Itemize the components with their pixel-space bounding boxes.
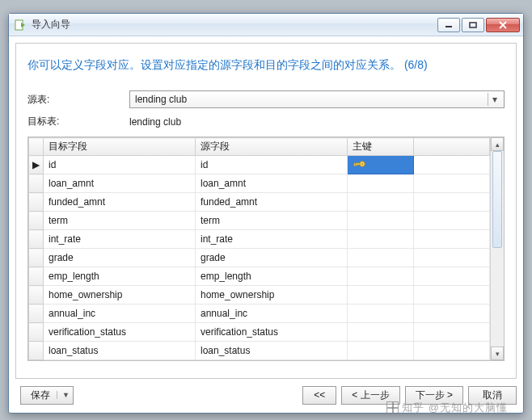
row-indicator: [29, 342, 44, 360]
col-primary-key[interactable]: 主键: [348, 138, 414, 156]
field-mapping-grid: 目标字段 源字段 主键 ▶ididloan_amntloan_amntfunde…: [27, 136, 505, 361]
cell-target-field[interactable]: annual_inc: [44, 304, 196, 323]
row-indicator: [29, 212, 44, 230]
step-heading: 你可以定义字段对应。设置对应指定的源字段和目的字段之间的对应关系。 (6/8): [27, 58, 505, 73]
wizard-footer: 保存 ▼ << < 上一步 下一步 > 取消: [15, 384, 517, 406]
cell-source-field[interactable]: int_rate: [196, 230, 348, 249]
first-button[interactable]: <<: [302, 386, 336, 405]
cell-target-field[interactable]: grade: [44, 249, 196, 267]
svg-point-4: [361, 163, 363, 165]
cell-primary-key[interactable]: [348, 267, 414, 286]
cell-target-field[interactable]: int_rate: [44, 230, 196, 249]
cell-target-field[interactable]: id: [44, 156, 196, 174]
svg-rect-1: [445, 26, 452, 27]
scroll-up-icon[interactable]: ▴: [491, 137, 504, 151]
svg-rect-6: [354, 163, 356, 166]
scroll-down-icon[interactable]: ▾: [491, 346, 504, 360]
col-source-field[interactable]: 源字段: [196, 138, 348, 156]
svg-rect-2: [470, 23, 476, 27]
table-row[interactable]: funded_amntfunded_amnt: [29, 193, 490, 212]
table-row[interactable]: termterm: [29, 212, 490, 230]
source-table-label: 源表:: [27, 93, 129, 107]
row-indicator: [29, 323, 44, 342]
cell-primary-key[interactable]: [348, 230, 414, 249]
cell-source-field[interactable]: verification_status: [196, 323, 348, 342]
row-indicator: [29, 193, 44, 212]
content-pane: 你可以定义字段对应。设置对应指定的源字段和目的字段之间的对应关系。 (6/8) …: [15, 43, 517, 379]
source-table-value: lending club: [135, 94, 187, 105]
target-table-value: lending club: [129, 116, 505, 128]
save-button[interactable]: 保存 ▼: [20, 386, 74, 405]
cell-source-field[interactable]: home_ownership: [196, 286, 348, 304]
prev-button[interactable]: < 上一步: [341, 386, 399, 405]
source-table-row: 源表: lending club ▾: [27, 90, 505, 108]
titlebar[interactable]: 导入向导: [9, 14, 523, 36]
cell-source-field[interactable]: loan_amnt: [196, 174, 348, 193]
col-target-field[interactable]: 目标字段: [44, 138, 196, 156]
cell-target-field[interactable]: loan_status: [44, 342, 196, 360]
chevron-down-icon: ▾: [488, 93, 500, 106]
table-row[interactable]: emp_lengthemp_length: [29, 267, 490, 286]
grid-header-row: 目标字段 源字段 主键: [29, 138, 490, 156]
cell-source-field[interactable]: funded_amnt: [196, 193, 348, 212]
table-row[interactable]: annual_incannual_inc: [29, 304, 490, 323]
cell-source-field[interactable]: emp_length: [196, 267, 348, 286]
app-icon: [14, 19, 27, 32]
cell-primary-key[interactable]: [348, 249, 414, 267]
next-button[interactable]: 下一步 >: [405, 386, 463, 405]
cell-primary-key[interactable]: [348, 193, 414, 212]
cell-target-field[interactable]: home_ownership: [44, 286, 196, 304]
cell-source-field[interactable]: loan_status: [196, 342, 348, 360]
col-spacer: [414, 138, 490, 156]
cell-source-field[interactable]: term: [196, 212, 348, 230]
cell-target-field[interactable]: emp_length: [44, 267, 196, 286]
row-indicator: [29, 230, 44, 249]
row-indicator: [29, 267, 44, 286]
target-table-row: 目标表: lending club: [27, 115, 505, 128]
cell-target-field[interactable]: loan_amnt: [44, 174, 196, 193]
target-table-label: 目标表:: [27, 115, 129, 128]
svg-rect-7: [357, 163, 358, 166]
table-row[interactable]: int_rateint_rate: [29, 230, 490, 249]
cell-target-field[interactable]: term: [44, 212, 196, 230]
table-row[interactable]: home_ownershiphome_ownership: [29, 286, 490, 304]
table-row[interactable]: loan_statusloan_status: [29, 342, 490, 360]
cell-source-field[interactable]: id: [196, 156, 348, 174]
cell-primary-key[interactable]: [348, 174, 414, 193]
maximize-button[interactable]: [462, 18, 484, 32]
table-row[interactable]: gradegrade: [29, 249, 490, 267]
grid-scrollbar[interactable]: ▴ ▾: [490, 137, 504, 360]
table-row[interactable]: loan_amntloan_amnt: [29, 174, 490, 193]
close-button[interactable]: [486, 18, 520, 32]
cell-primary-key[interactable]: [348, 156, 414, 174]
chevron-down-icon: ▼: [57, 391, 70, 399]
row-indicator: [29, 174, 44, 193]
row-indicator: ▶: [29, 156, 44, 174]
cell-source-field[interactable]: grade: [196, 249, 348, 267]
scroll-thumb[interactable]: [492, 151, 502, 248]
table-row[interactable]: verification_statusverification_status: [29, 323, 490, 342]
window-title: 导入向导: [32, 18, 70, 32]
cell-primary-key[interactable]: [348, 323, 414, 342]
minimize-button[interactable]: [437, 18, 460, 32]
source-table-combo[interactable]: lending club ▾: [129, 90, 505, 108]
grid-header-indicator: [29, 138, 44, 156]
row-indicator: [29, 304, 44, 323]
cell-primary-key[interactable]: [348, 286, 414, 304]
import-wizard-window: 导入向导 你可以定义字段对应。设置对应指定的源字段和目的字段之间的对应关系。 (…: [8, 13, 524, 414]
cell-primary-key[interactable]: [348, 304, 414, 323]
cell-primary-key[interactable]: [348, 212, 414, 230]
row-indicator: [29, 286, 44, 304]
cell-primary-key[interactable]: [348, 342, 414, 360]
row-indicator: [29, 249, 44, 267]
key-icon: [353, 158, 367, 170]
cell-target-field[interactable]: funded_amnt: [44, 193, 196, 212]
cell-target-field[interactable]: verification_status: [44, 323, 196, 342]
table-row[interactable]: ▶idid: [29, 156, 490, 174]
cancel-button[interactable]: 取消: [468, 386, 517, 405]
cell-source-field[interactable]: annual_inc: [196, 304, 348, 323]
